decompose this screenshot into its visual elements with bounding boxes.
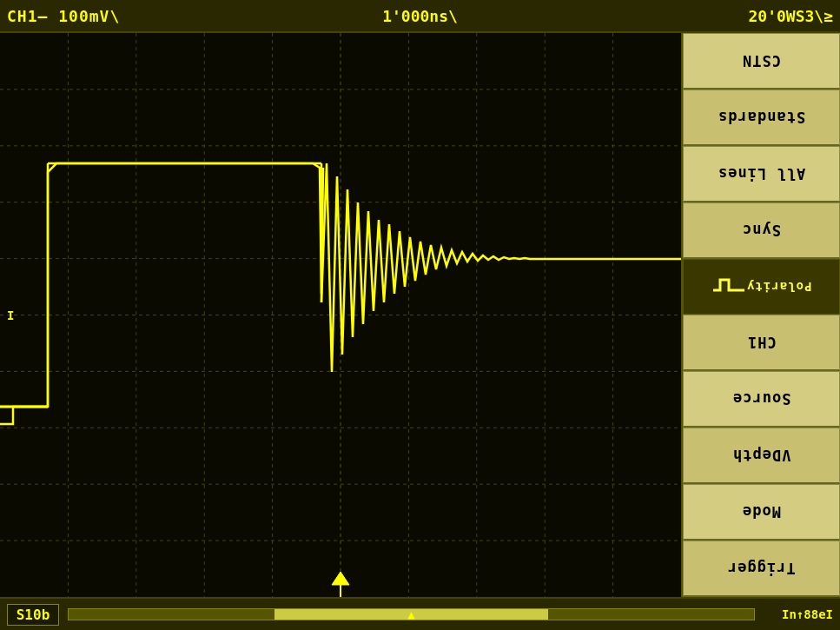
sync-label: Sync (742, 222, 781, 239)
time-div: 20'0WS3\≥ (558, 7, 833, 25)
main-content: I CSTN Standards All Lines Sync (0, 33, 840, 597)
source-label: Source (732, 390, 790, 408)
oscilloscope-screen: I (0, 33, 681, 597)
scrollbar-thumb[interactable]: ▲ (274, 609, 549, 620)
menu-button-polarity[interactable]: Polarity (683, 259, 840, 315)
channel-info: CH1— 100mV\ (7, 7, 282, 25)
vdepth-label: VDepth (732, 447, 790, 464)
right-panel: CSTN Standards All Lines Sync (681, 33, 840, 597)
menu-button-mode[interactable]: Mode (683, 484, 840, 540)
scrollbar-track[interactable]: ▲ (68, 608, 755, 620)
ch1-label: CH1 (747, 334, 777, 351)
menu-button-standards[interactable]: Standards (683, 90, 840, 146)
oscilloscope: CH1— 100mV\ 1'000ns\ 20'0WS3\≥ (0, 0, 840, 630)
trigger-level-marker: I (7, 308, 14, 322)
menu-button-sync[interactable]: Sync (683, 202, 840, 259)
all-lines-label: All Lines (718, 165, 805, 182)
volts-div: 100mV\ (58, 7, 120, 25)
polarity-icon (711, 273, 746, 302)
menu-button-cstn[interactable]: CSTN (683, 33, 840, 90)
polarity-label: Polarity (746, 280, 811, 294)
menu-button-ch1[interactable]: CH1 (683, 315, 840, 371)
trigger-info-label: In↑88eI (764, 607, 833, 621)
trigger-label: Trigger (727, 560, 796, 577)
time-reference: 1'000ns\ (282, 7, 558, 25)
mode-label: Mode (742, 503, 781, 521)
top-bar: CH1— 100mV\ 1'000ns\ 20'0WS3\≥ (0, 0, 840, 33)
svg-marker-25 (332, 572, 349, 585)
menu-button-vdepth[interactable]: VDepth (683, 428, 840, 484)
menu-button-trigger[interactable]: Trigger (683, 540, 840, 597)
menu-button-all-lines[interactable]: All Lines (683, 146, 840, 202)
waveform (0, 33, 681, 597)
cstn-label: CSTN (742, 52, 781, 70)
sample-label: S10b (7, 604, 59, 626)
bottom-bar: S10b ▲ In↑88eI (0, 597, 840, 630)
standards-label: Standards (718, 109, 805, 126)
menu-button-source[interactable]: Source (683, 371, 840, 428)
channel-label: CH1— (7, 7, 48, 25)
